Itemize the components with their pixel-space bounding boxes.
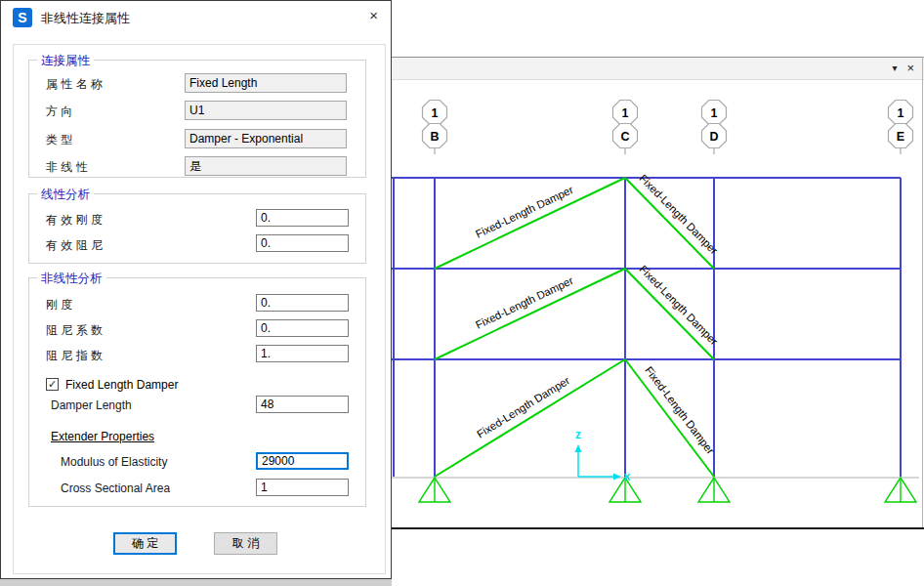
damper-line [435,359,625,477]
effective-damping-label: 有 效 阻 尼 [46,237,103,254]
damping-coefficient-label: 阻 尼 系 数 [46,322,103,339]
extender-properties-heading: Extender Properties [51,430,154,443]
axis-z-arrowhead [575,444,582,452]
damper-label: Fixed-Length Damper [474,184,575,240]
group-nonlinear-title: 非线性分析 [37,271,106,287]
type-label: 类 型 [46,132,72,148]
nonlinear-link-properties-dialog: S 非线性连接属性 × 连接属性 属 性 名 称 Fixed Length 方 … [0,0,392,579]
damper-line [625,178,714,269]
sap2000-app-icon: S [13,8,32,27]
damper-label: Fixed-Length Damper [637,263,720,348]
damper-line [435,269,625,359]
damper-label: Fixed-Length Damper [475,374,572,440]
fixed-length-damper-checkbox-label: Fixed Length Damper [65,378,178,392]
axis-z-label: z [575,428,581,441]
damper-length-input[interactable] [256,396,349,413]
group-link-properties: 连接属性 属 性 名 称 Fixed Length 方 向 U1 类 型 Dam… [28,60,366,178]
property-name-label: 属 性 名 称 [46,76,103,93]
axis-x-arrowhead [613,474,621,481]
ok-button[interactable]: 确 定 [113,532,177,555]
damper-label: Fixed-Length Damper [643,364,717,457]
damper-line [625,359,714,477]
modulus-of-elasticity-input[interactable] [256,452,349,470]
nonlinear-field: 是 [185,156,347,176]
group-nonlinear-analysis: 非线性分析 刚 度 阻 尼 系 数 阻 尼 指 数 ✓ Fixed Length… [28,277,366,507]
damping-exponent-input[interactable] [256,345,349,362]
grid-bubble-C-label: C [620,130,629,144]
stiffness-input[interactable] [256,294,349,312]
fixed-length-damper-checkbox[interactable]: ✓ [46,378,59,391]
collapse-window-icon[interactable]: ▾ [892,61,897,76]
type-field: Damper - Exponential [185,129,347,148]
stiffness-label: 刚 度 [46,297,72,314]
cross-sectional-area-input[interactable] [256,479,349,496]
direction-label: 方 向 [46,104,72,120]
grid-bubble-story-label: 1 [711,106,718,120]
dialog-close-icon[interactable]: × [366,7,381,23]
damper-label: Fixed-Length Damper [474,274,575,331]
view-window-right-border [922,57,923,528]
grid-bubble-D-label: D [709,130,718,144]
damper-line [435,178,625,269]
effective-damping-input[interactable] [256,234,349,252]
axis-x-label: x [624,470,631,483]
dialog-bottom-strip [0,579,392,586]
group-link-title: 连接属性 [37,53,94,69]
nonlinear-label: 非 线 性 [46,159,88,176]
grid-bubble-E-label: E [897,130,904,144]
cancel-button[interactable]: 取 消 [214,532,277,555]
model-view-window: ▾ × Fixed-Length DamperFixed-Length Damp… [390,0,924,586]
cross-sectional-area-label: Cross Sectional Area [61,481,170,495]
effective-stiffness-label: 有 效 刚 度 [46,212,103,229]
group-linear-analysis: 线性分析 有 效 刚 度 有 效 阻 尼 [28,193,366,264]
direction-field: U1 [185,101,347,120]
effective-stiffness-input[interactable] [256,209,349,227]
screen: ▾ × Fixed-Length DamperFixed-Length Damp… [0,0,924,586]
grid-bubble-story-label: 1 [898,106,904,120]
structural-model-drawing: Fixed-Length DamperFixed-Length DamperFi… [390,81,924,527]
model-canvas[interactable]: Fixed-Length DamperFixed-Length DamperFi… [390,81,924,527]
dialog-titlebar[interactable]: S 非线性连接属性 × [1,1,391,33]
grid-bubble-story-label: 1 [432,106,439,120]
damper-label: Fixed-Length Damper [637,172,720,257]
damping-coefficient-input[interactable] [256,319,349,337]
view-window-bottom-border [390,527,924,529]
view-window-titlebar: ▾ × [390,57,924,80]
damper-line [625,269,714,359]
modulus-of-elasticity-label: Modulus of Elasticity [61,455,167,469]
grid-bubble-story-label: 1 [622,106,629,120]
close-window-icon[interactable]: × [906,61,914,76]
property-name-field: Fixed Length [185,73,347,93]
grid-bubble-B-label: B [430,130,439,144]
damper-length-label: Damper Length [51,398,132,412]
group-linear-title: 线性分析 [37,187,94,203]
dialog-title: 非线性连接属性 [41,10,130,27]
damping-exponent-label: 阻 尼 指 数 [46,348,103,364]
